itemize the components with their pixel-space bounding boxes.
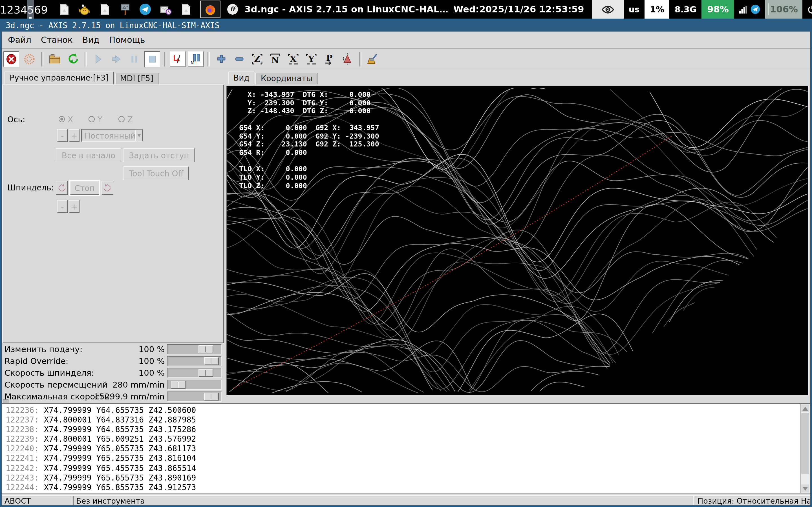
max-velocity-slider[interactable] xyxy=(167,392,221,402)
emergency-stop-icon xyxy=(6,53,17,64)
gcode-line[interactable]: 122237:X74.800001 Y64.837316 Z42.887985 xyxy=(2,415,810,425)
stop-icon xyxy=(147,54,157,64)
skip-lines-toggle[interactable] xyxy=(170,51,186,67)
gcode-line[interactable]: 122244:X74.799999 Y65.855735 Z43.912573 xyxy=(2,483,810,492)
spindle-ccw-button[interactable] xyxy=(56,181,68,195)
view-y-button[interactable]: Y xyxy=(303,51,319,67)
estop-button[interactable] xyxy=(3,51,19,67)
view-x-button[interactable]: X xyxy=(285,51,301,67)
panel-sash[interactable] xyxy=(223,84,226,400)
slider-handle[interactable] xyxy=(199,369,213,377)
reload-button[interactable] xyxy=(65,51,81,67)
rapid-override-slider[interactable] xyxy=(167,356,221,366)
run-button[interactable] xyxy=(90,51,106,67)
toolbar-separator xyxy=(207,52,210,66)
spindle-plus-button[interactable]: + xyxy=(69,200,80,213)
workspace-6[interactable]: 6 xyxy=(34,0,41,18)
feed-override-slider[interactable] xyxy=(167,344,221,354)
telegram-tray-icon[interactable] xyxy=(749,0,765,18)
clear-plot-button[interactable] xyxy=(365,51,380,67)
gcode-listing[interactable]: 122236:X74.799999 Y64.655735 Z42.500600 … xyxy=(2,403,810,494)
gcode-line[interactable]: 122243:X74.799999 Y65.655735 Z43.890169 xyxy=(2,473,810,483)
tool-touch-off-button[interactable]: Tool Touch Off xyxy=(123,166,189,180)
radio-axis-x[interactable] xyxy=(59,116,65,122)
power-icon[interactable] xyxy=(803,0,812,18)
workspace-5-active[interactable]: 5 xyxy=(28,0,34,18)
step-button[interactable] xyxy=(108,51,124,67)
signpost-icon[interactable] xyxy=(119,3,131,15)
document-icon[interactable] xyxy=(180,3,192,15)
workspace-4[interactable]: 4 xyxy=(20,0,28,18)
firefox-icon[interactable] xyxy=(200,1,220,18)
workspace-9[interactable]: 9 xyxy=(41,0,48,18)
window-titlebar[interactable]: 3d.ngc - AXIS 2.7.15 on LinuxCNC-HAL-SIM… xyxy=(2,18,810,32)
spindle-stop-button[interactable]: Стоп xyxy=(70,181,99,195)
spindle-override-row: Скорость шпинделя: 100 % xyxy=(2,368,223,379)
jog-speed-slider[interactable] xyxy=(167,380,221,390)
eye-icon[interactable] xyxy=(592,0,624,18)
radio-axis-z[interactable] xyxy=(118,116,124,122)
jog-mode-select[interactable]: Постоянный ▼ xyxy=(81,129,143,142)
workspace-2[interactable]: 2 xyxy=(7,0,13,18)
gcode-line[interactable]: 122236:X74.799999 Y64.655735 Z42.500600 xyxy=(2,406,810,415)
home-all-button[interactable]: Все в начало xyxy=(56,148,121,162)
zoom-out-button[interactable] xyxy=(231,51,247,67)
radio-axis-y[interactable] xyxy=(89,116,95,122)
keyboard-layout[interactable]: us xyxy=(624,0,645,18)
spindle-cw-button[interactable] xyxy=(101,181,113,195)
teapot-icon[interactable] xyxy=(78,3,91,15)
document-icon[interactable] xyxy=(98,3,111,15)
scrollbar-thumb[interactable] xyxy=(801,413,809,474)
stop-button[interactable] xyxy=(144,51,160,67)
taskbar-window-title[interactable]: 3d.ngc - AXIS 2.7.15 on LinuxCNC-HAL… xyxy=(245,4,448,15)
telegram-icon[interactable] xyxy=(139,3,151,15)
backplot-preview[interactable]: X: -343.957 DTG X: 0.000 Y: 239.300 DTG … xyxy=(226,86,809,395)
slider-handle[interactable] xyxy=(171,381,186,389)
axis-window: 3d.ngc - AXIS 2.7.15 on LinuxCNC-HAL-SIM… xyxy=(0,18,812,507)
firefox-badge-icon[interactable]: ff xyxy=(227,4,238,15)
sash-grip[interactable] xyxy=(3,399,8,403)
gcode-line[interactable]: 122242:X74.799999 Y65.455735 Z43.865514 xyxy=(2,463,810,473)
gcode-line[interactable]: 122238:X74.799999 Y64.855735 Z43.175286 xyxy=(2,425,810,434)
machine-power-button[interactable] xyxy=(21,51,37,67)
tab-dro[interactable]: Координаты xyxy=(256,73,317,84)
rotate-view-button[interactable] xyxy=(340,51,355,67)
status-position: Позиция: Относительная На xyxy=(695,496,810,505)
mail-clock-icon[interactable] xyxy=(159,3,172,15)
gcode-line[interactable]: 122240:X74.799999 Y65.055735 Z43.681173 xyxy=(2,444,810,454)
axis-z-label: Z xyxy=(128,115,133,124)
spindle-minus-button[interactable]: - xyxy=(57,200,68,213)
tab-preview[interactable]: Вид xyxy=(229,71,255,84)
view-z-button[interactable]: Z xyxy=(249,51,265,67)
jog-minus-button[interactable]: - xyxy=(57,129,68,142)
slider-handle[interactable] xyxy=(199,345,213,353)
slider-handle[interactable] xyxy=(204,357,219,365)
pause-button[interactable] xyxy=(126,51,142,67)
jog-speed-value: 280 mm/min xyxy=(112,380,165,389)
zoom-in-button[interactable] xyxy=(213,51,229,67)
gcode-scrollbar[interactable] xyxy=(800,404,810,493)
spindle-override-slider[interactable] xyxy=(167,368,221,378)
scroll-down-icon[interactable] xyxy=(801,485,809,492)
scroll-up-icon[interactable] xyxy=(801,404,809,412)
document-icon[interactable] xyxy=(58,3,70,15)
workspace-1[interactable]: 1 xyxy=(0,0,7,18)
workspace-3[interactable]: 3 xyxy=(13,0,20,18)
optional-pause-toggle[interactable]: M1 xyxy=(188,51,204,67)
view-z2-button[interactable]: N xyxy=(267,51,283,67)
view-p-button[interactable]: P xyxy=(321,51,337,67)
slider-handle[interactable] xyxy=(204,393,219,400)
menu-machine[interactable]: Станок xyxy=(38,33,76,47)
chevron-down-icon[interactable]: ▼ xyxy=(136,129,143,142)
set-offset-button[interactable]: Задать отступ xyxy=(123,148,195,162)
gcode-line[interactable]: 122239:X74.800001 Y65.009251 Z43.576992 xyxy=(2,435,810,444)
menu-help[interactable]: Помощь xyxy=(106,33,149,47)
gcode-line[interactable]: 122241:X74.799999 Y65.255735 Z43.816104 xyxy=(2,454,810,463)
volume-indicator[interactable]: 106% xyxy=(765,0,803,18)
jog-plus-button[interactable]: + xyxy=(69,129,80,142)
tab-manual-control[interactable]: Ручное управление·[F3] xyxy=(4,71,114,84)
menu-file[interactable]: Файл xyxy=(4,33,35,47)
menu-view[interactable]: Вид xyxy=(79,33,103,47)
open-file-button[interactable] xyxy=(47,51,63,67)
tab-mdi[interactable]: MDI [F5] xyxy=(115,73,158,84)
